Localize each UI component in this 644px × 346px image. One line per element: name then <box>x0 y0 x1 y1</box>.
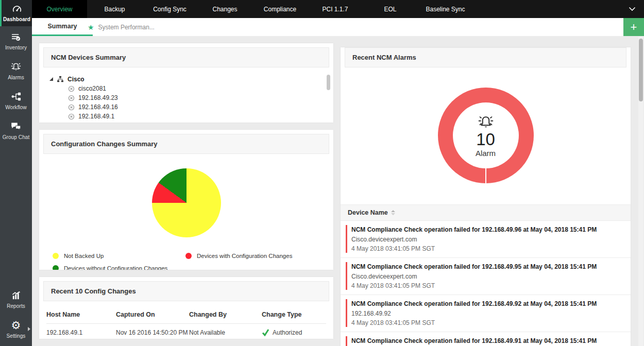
alarm-donut-center: 10 Alarm <box>453 102 519 168</box>
column-header-changed-by[interactable]: Changed By <box>189 311 262 318</box>
top-nav-tabs: Overview Backup Config Sync Changes Comp… <box>32 0 473 18</box>
sidebar-item-workflow[interactable]: Workflow <box>0 85 32 115</box>
column-header-host-name[interactable]: Host Name <box>46 311 116 318</box>
star-icon[interactable]: ★ <box>88 24 94 31</box>
tree-expander-icon[interactable] <box>49 77 53 81</box>
tab-summary[interactable]: Summary <box>32 18 93 36</box>
sidebar: Dashboard Inventory Alarms Workflow Grou… <box>0 0 32 346</box>
top-nav-tab[interactable]: Baseline Sync <box>418 0 473 18</box>
legend-item[interactable]: Devices with Configuration Changes <box>185 253 326 259</box>
pie-chart <box>152 168 221 237</box>
pie-chart-area <box>39 158 333 237</box>
app-window: Dashboard Inventory Alarms Workflow Grou… <box>0 0 644 346</box>
dashboard-tab-bar: Summary ★ System Performan... + <box>32 18 644 36</box>
sidebar-item-dashboard[interactable]: Dashboard <box>0 0 32 26</box>
chevron-down-icon[interactable] <box>620 0 644 18</box>
device-icon <box>68 104 75 111</box>
table-header-row: Host Name Captured On Changed By Change … <box>46 306 326 324</box>
inventory-list-icon <box>10 32 22 42</box>
severity-bar <box>346 336 347 346</box>
configuration-changes-summary-widget: Configuration Changes Summary Not Backed… <box>39 130 333 270</box>
donut-divider <box>485 168 486 183</box>
top-nav-tab[interactable]: PCI 1.1.7 <box>308 0 363 18</box>
top-nav-tab[interactable]: Backup <box>87 0 142 18</box>
sidebar-item-label: Reports <box>7 303 25 309</box>
tree-node-cisco[interactable]: Cisco <box>49 74 326 84</box>
top-navigation: Overview Backup Config Sync Changes Comp… <box>32 0 644 18</box>
alarm-rows: NCM Compliance Check operation failed fo… <box>341 221 631 346</box>
top-nav-tab[interactable]: Overview <box>32 0 87 18</box>
page-scrollbar[interactable] <box>638 37 643 346</box>
green-check-icon <box>262 329 269 336</box>
gear-icon: ⚙ <box>11 320 21 331</box>
tree-scrollbar[interactable] <box>327 75 330 123</box>
alarm-donut-chart: 10 Alarm <box>438 88 534 183</box>
group-chat-icon <box>10 121 22 132</box>
tree-node-device[interactable]: 192.168.49.23 <box>68 93 326 102</box>
legend-item[interactable]: Not Backed Up <box>53 253 185 259</box>
top-nav-tab[interactable]: Changes <box>197 0 252 18</box>
tab-system-performance[interactable]: ★ System Performan... <box>88 18 162 36</box>
tree-node-device[interactable]: 192.168.49.16 <box>68 102 326 112</box>
legend-color-dot <box>53 265 59 270</box>
alarm-count-label: Alarm <box>476 149 496 158</box>
tree-node-device[interactable]: 192.168.49.1 <box>68 112 326 121</box>
sidebar-item-label: Inventory <box>5 45 27 50</box>
widget-title: Recent NCM Alarms <box>345 47 626 67</box>
main-area: Overview Backup Config Sync Changes Comp… <box>32 0 644 346</box>
workflow-icon <box>10 91 22 102</box>
sidebar-item-alarms[interactable]: Alarms <box>0 56 32 85</box>
alarm-row[interactable]: NCM Compliance Check operation failed fo… <box>341 258 631 295</box>
add-dashboard-button[interactable]: + <box>623 18 644 36</box>
sidebar-item-label: Group Chat <box>3 134 30 140</box>
alarm-gauge-area: 10 Alarm <box>341 72 631 204</box>
top-nav-tab[interactable]: EOL <box>363 0 418 18</box>
left-column: NCM Devices Summary Cisco <box>39 43 333 339</box>
reports-chart-icon <box>10 290 22 301</box>
legend-color-dot <box>185 253 192 259</box>
page-scrollbar-thumb[interactable] <box>639 39 643 101</box>
top-nav-tab[interactable]: Compliance <box>252 0 308 18</box>
column-header-captured-on[interactable]: Captured On <box>116 311 189 318</box>
device-icon <box>68 85 75 92</box>
alarm-bell-icon <box>9 61 23 72</box>
config-changes-table: Host Name Captured On Changed By Change … <box>39 305 333 336</box>
sidebar-item-settings[interactable]: ⚙ Settings <box>0 314 32 344</box>
sidebar-item-reports[interactable]: Reports <box>0 285 32 314</box>
sidebar-item-group-chat[interactable]: Group Chat <box>0 115 32 145</box>
widget-title: Recent 10 Config Changes <box>43 281 329 301</box>
tree-scrollbar-thumb[interactable] <box>327 75 330 90</box>
device-icon <box>68 123 75 123</box>
sidebar-item-label: Workflow <box>5 105 27 110</box>
sidebar-item-label: Dashboard <box>3 16 30 22</box>
severity-bar <box>346 262 347 290</box>
tree-children: cisco2081 192.168.49.23 <box>49 84 326 123</box>
recent-ncm-alarms-widget: Recent NCM Alarms 10 Alarm <box>341 47 631 346</box>
alarm-table-header[interactable]: Device Name <box>341 204 631 221</box>
sidebar-item-inventory[interactable]: Inventory <box>0 26 32 56</box>
alarm-row[interactable]: NCM Compliance Check operation failed fo… <box>341 295 631 332</box>
ncm-devices-summary-widget: NCM Devices Summary Cisco <box>39 43 333 123</box>
legend-item[interactable]: Devices without Configuration Changes <box>53 265 185 270</box>
alarm-row[interactable]: NCM Compliance Check operation failed fo… <box>341 332 631 346</box>
column-header-change-type[interactable]: Change Type <box>262 311 326 318</box>
gauge-icon <box>11 4 23 14</box>
devices-tree: Cisco cisco2081 <box>39 72 333 123</box>
tree-node-device[interactable]: cisco2081 <box>68 84 326 93</box>
device-icon <box>68 113 75 120</box>
org-hierarchy-icon <box>57 76 64 83</box>
dashboard-content: NCM Devices Summary Cisco <box>32 36 644 346</box>
widget-title: Configuration Changes Summary <box>43 134 329 154</box>
sidebar-item-label: Alarms <box>8 75 24 80</box>
top-nav-tab[interactable]: Config Sync <box>142 0 197 18</box>
submenu-arrow-icon <box>28 327 30 331</box>
tree-node-device[interactable]: 192.168.49.42 <box>68 121 326 123</box>
table-row[interactable]: 192.168.49.1 Nov 16 2016 14:50:20 PM Not… <box>46 324 326 336</box>
right-column: Recent NCM Alarms 10 Alarm <box>341 43 631 339</box>
sort-arrows-icon[interactable] <box>391 210 395 215</box>
severity-bar <box>346 225 347 253</box>
recent-config-changes-widget: Recent 10 Config Changes Host Name Captu… <box>39 277 333 339</box>
alarm-row[interactable]: NCM Compliance Check operation failed fo… <box>341 221 631 258</box>
alarm-bell-icon <box>476 114 496 130</box>
device-icon <box>68 95 75 101</box>
